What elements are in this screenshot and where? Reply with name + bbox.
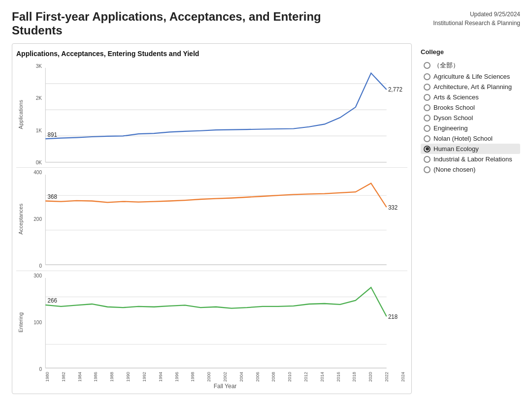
college-option-label-3: Arts & Sciences	[433, 93, 479, 101]
x-tick: 1980	[45, 373, 50, 382]
college-option-label-10: (None chosen)	[433, 166, 475, 173]
x-tick: 2018	[352, 373, 357, 382]
svg-text:368: 368	[48, 193, 58, 201]
y-tick: 400	[33, 170, 42, 175]
radio-circle-1	[424, 73, 431, 80]
update-info: Updated 9/25/2024 Institutional Research…	[433, 10, 520, 28]
radio-circle-0	[424, 62, 431, 69]
y-tick: 0	[39, 263, 42, 269]
college-option-2[interactable]: Architecture, Art & Planning	[421, 82, 520, 92]
sub-chart-2: Entering3001000266218	[16, 271, 407, 374]
sub-chart-1: Acceptances4002000368332	[16, 168, 407, 271]
x-tick: 2020	[368, 373, 373, 382]
chart-panel: Applications, Acceptances, Entering Stud…	[12, 43, 412, 394]
y-tick: 1K	[36, 128, 42, 133]
svg-text:332: 332	[388, 204, 398, 212]
college-option-0[interactable]: （全部）	[421, 60, 520, 71]
radio-circle-5	[424, 115, 431, 122]
x-axis-label: Fall Year	[214, 383, 237, 390]
y-tick: 200	[33, 216, 42, 222]
x-tick: 2016	[336, 373, 341, 382]
y-label-0: Applications	[16, 61, 25, 167]
x-tick: 1984	[77, 373, 82, 382]
x-tick: 1986	[93, 373, 98, 382]
x-tick: 2010	[287, 373, 292, 382]
sidebar: College （全部）Agriculture & Life SciencesA…	[412, 43, 520, 394]
x-tick: 2024	[400, 373, 405, 382]
plot-area-2: 266218	[43, 271, 407, 374]
chart-title: Applications, Acceptances, Entering Stud…	[16, 50, 407, 58]
x-tick: 1994	[158, 373, 163, 382]
college-option-label-5: Dyson School	[433, 114, 473, 122]
college-option-4[interactable]: Brooks School	[421, 102, 520, 113]
x-tick: 1992	[142, 373, 147, 382]
college-option-8[interactable]: Human Ecology	[421, 144, 520, 154]
x-tick: 1982	[61, 373, 66, 382]
radio-circle-8	[424, 146, 431, 153]
svg-text:891: 891	[48, 131, 57, 138]
svg-text:2,772: 2,772	[388, 86, 402, 92]
radio-circle-9	[424, 156, 431, 163]
y-tick: 300	[33, 273, 42, 278]
radio-circle-3	[424, 94, 431, 101]
y-label-1: Acceptances	[16, 168, 25, 271]
x-axis-area: 1980198219841986198819901992199419961998…	[43, 374, 407, 390]
college-option-label-9: Industrial & Labor Relations	[433, 155, 512, 163]
radio-circle-2	[424, 84, 431, 91]
college-option-9[interactable]: Industrial & Labor Relations	[421, 154, 520, 164]
x-tick: 1998	[190, 373, 195, 382]
plot-area-0: 8912,772	[43, 61, 407, 167]
y-tick: 2K	[36, 95, 42, 101]
y-tick: 0	[39, 367, 42, 372]
x-tick: 2002	[223, 373, 228, 382]
college-option-label-7: Nolan (Hotel) School	[433, 135, 493, 142]
x-tick: 2004	[239, 373, 244, 382]
radio-circle-6	[424, 125, 431, 132]
plot-area-1: 368332	[43, 168, 407, 271]
radio-circle-7	[424, 135, 431, 142]
x-tick: 2012	[303, 373, 308, 382]
svg-text:266: 266	[48, 297, 58, 305]
y-tick: 0K	[36, 160, 42, 165]
x-tick: 2008	[271, 373, 276, 382]
college-option-label-8: Human Ecology	[433, 145, 479, 153]
y-tick: 3K	[36, 63, 42, 69]
college-filter-list: （全部）Agriculture & Life SciencesArchitect…	[421, 60, 520, 175]
x-tick: 1988	[109, 373, 114, 382]
x-tick: 2014	[320, 373, 325, 382]
svg-text:218: 218	[388, 313, 398, 320]
page-title: Fall First-year Applications, Acceptance…	[12, 10, 357, 37]
college-option-3[interactable]: Arts & Sciences	[421, 92, 520, 102]
college-filter-title: College	[421, 48, 520, 56]
x-tick: 2000	[206, 373, 211, 382]
college-option-10[interactable]: (None chosen)	[421, 164, 520, 175]
x-tick: 1996	[174, 373, 179, 382]
radio-circle-4	[424, 104, 431, 111]
college-option-7[interactable]: Nolan (Hotel) School	[421, 133, 520, 144]
radio-circle-10	[424, 166, 431, 173]
college-option-label-0: （全部）	[433, 61, 459, 70]
y-tick: 100	[33, 320, 42, 325]
college-option-label-1: Agriculture & Life Sciences	[433, 73, 510, 80]
college-option-label-2: Architecture, Art & Planning	[433, 83, 512, 91]
college-option-label-6: Engineering	[433, 124, 467, 132]
college-option-5[interactable]: Dyson School	[421, 113, 520, 123]
x-tick: 2006	[255, 373, 260, 382]
college-option-1[interactable]: Agriculture & Life Sciences	[421, 71, 520, 82]
sub-chart-0: Applications3K2K1K0K8912,772	[16, 61, 407, 168]
y-label-2: Entering	[16, 271, 25, 374]
x-tick: 1990	[126, 373, 131, 382]
x-tick: 2022	[384, 373, 389, 382]
college-option-6[interactable]: Engineering	[421, 123, 520, 133]
college-option-label-4: Brooks School	[433, 104, 475, 111]
charts-area: Applications3K2K1K0K8912,772Acceptances4…	[16, 61, 407, 374]
